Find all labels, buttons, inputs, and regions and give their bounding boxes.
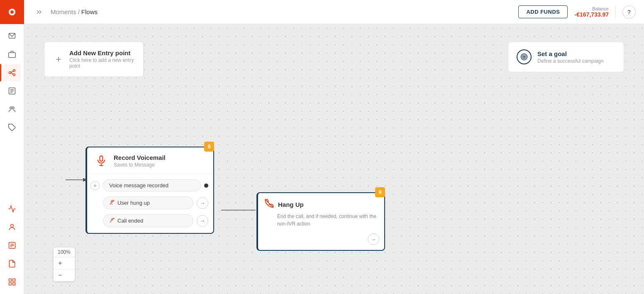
hang-up-header: Hang Up xyxy=(265,199,378,210)
zoom-out-button[interactable]: − xyxy=(54,270,67,281)
sidebar-item-audience[interactable] xyxy=(3,100,21,118)
set-goal-title: Set a goal xyxy=(537,50,603,57)
user-hung-up-text: User hung up xyxy=(117,200,150,206)
hang-up-node[interactable]: 9 Hang Up End the call, and if needed, c… xyxy=(256,192,385,251)
help-button[interactable]: ? xyxy=(622,5,636,19)
sidebar-item-people[interactable] xyxy=(3,218,21,236)
breadcrumb-parent[interactable]: Moments xyxy=(51,8,76,15)
hang-up-description: End the call, and if needed, continue wi… xyxy=(265,213,378,228)
svg-rect-25 xyxy=(12,283,15,285)
add-entry-plus-icon: + xyxy=(53,54,64,65)
svg-rect-4 xyxy=(8,53,15,58)
svg-point-2 xyxy=(10,10,14,14)
zoom-in-button[interactable]: + xyxy=(54,257,67,269)
svg-point-30 xyxy=(524,56,525,58)
output-user-hung-up[interactable]: User hung up → xyxy=(87,194,213,212)
voice-message-label: Voice message recorded xyxy=(103,179,201,191)
record-voicemail-badge: 8 xyxy=(204,142,214,152)
sidebar-item-grid[interactable] xyxy=(3,273,21,291)
svg-point-6 xyxy=(13,70,15,72)
zoom-level: 100% xyxy=(54,247,75,257)
app-logo[interactable] xyxy=(0,0,24,24)
svg-rect-23 xyxy=(12,279,15,282)
topbar-divider xyxy=(615,6,616,18)
record-voicemail-header: Record Voicemail Saves to Message xyxy=(87,147,213,174)
svg-line-9 xyxy=(11,73,13,74)
topbar: Moments / Flows ADD FUNDS Balance -€167,… xyxy=(24,0,644,24)
sidebar-item-logs[interactable] xyxy=(3,237,21,254)
hang-up-output: → xyxy=(258,233,384,250)
breadcrumb: Moments / Flows xyxy=(51,8,98,15)
svg-rect-22 xyxy=(9,279,11,282)
user-hung-up-arrow[interactable]: → xyxy=(197,197,208,209)
call-hung-up-icon xyxy=(109,199,115,206)
set-goal-node[interactable]: Set a goal Define a successful campaign xyxy=(508,42,624,72)
call-ended-label: Call ended xyxy=(103,214,193,227)
svg-rect-24 xyxy=(9,283,11,285)
add-entry-subtitle: Click here to add a new entry point xyxy=(69,57,135,69)
sidebar-item-campaigns[interactable] xyxy=(3,46,21,63)
svg-point-7 xyxy=(13,74,15,76)
record-voicemail-outputs: + Voice message recorded xyxy=(87,174,213,233)
sidebar-item-analytics[interactable] xyxy=(3,200,21,218)
sidebar-item-tags[interactable] xyxy=(3,119,21,136)
sidebar-item-flows[interactable] xyxy=(3,64,21,81)
hang-up-phone-icon xyxy=(265,199,274,210)
call-ended-arrow[interactable]: → xyxy=(197,215,208,227)
record-voicemail-subtitle: Saves to Message xyxy=(114,162,166,168)
add-output-button[interactable]: + xyxy=(90,181,100,190)
sidebar xyxy=(0,0,24,294)
sidebar-bottom xyxy=(0,200,24,294)
hang-up-title: Hang Up xyxy=(278,201,304,208)
expand-button[interactable] xyxy=(32,5,46,19)
svg-rect-31 xyxy=(100,156,103,161)
topbar-right: ADD FUNDS Balance -€167,733.97 ? xyxy=(518,5,636,19)
svg-point-5 xyxy=(9,72,11,74)
voice-message-text: Voice message recorded xyxy=(109,182,168,189)
balance-section: Balance -€167,733.97 xyxy=(574,6,609,18)
svg-line-8 xyxy=(11,71,13,73)
sidebar-item-templates[interactable] xyxy=(3,255,21,272)
add-funds-button[interactable]: ADD FUNDS xyxy=(518,5,568,18)
flow-canvas: + Add New Entry point Click here to add … xyxy=(24,24,644,294)
call-ended-icon xyxy=(109,217,115,224)
sidebar-nav xyxy=(0,24,24,136)
sidebar-item-notifications[interactable] xyxy=(3,27,21,45)
microphone-icon xyxy=(94,153,109,168)
record-voicemail-node[interactable]: 8 Record Voicemail Saves to Message xyxy=(85,147,214,234)
call-ended-text: Call ended xyxy=(117,218,143,224)
svg-point-15 xyxy=(12,107,14,109)
set-goal-subtitle: Define a successful campaign xyxy=(537,58,603,64)
zoom-control: 100% + − xyxy=(53,247,75,282)
goal-icon xyxy=(517,49,532,64)
add-entry-node[interactable]: + Add New Entry point Click here to add … xyxy=(44,42,144,77)
breadcrumb-separator: / xyxy=(78,8,80,15)
sidebar-item-forms[interactable] xyxy=(3,82,21,100)
hang-up-output-arrow[interactable]: → xyxy=(368,233,379,245)
connector-dot xyxy=(204,184,208,188)
user-hung-up-label: User hung up xyxy=(103,196,193,209)
output-voice-message-recorded[interactable]: + Voice message recorded xyxy=(87,177,213,194)
output-call-ended[interactable]: Call ended → xyxy=(87,212,213,230)
svg-point-17 xyxy=(10,224,13,227)
breadcrumb-current: Flows xyxy=(81,8,98,15)
record-voicemail-title: Record Voicemail xyxy=(114,154,166,161)
hang-up-badge: 9 xyxy=(375,187,385,197)
balance-amount: -€167,733.97 xyxy=(574,11,609,18)
main-area: Moments / Flows ADD FUNDS Balance -€167,… xyxy=(24,0,644,294)
balance-label: Balance xyxy=(592,6,609,11)
add-entry-title: Add New Entry point xyxy=(69,49,135,56)
